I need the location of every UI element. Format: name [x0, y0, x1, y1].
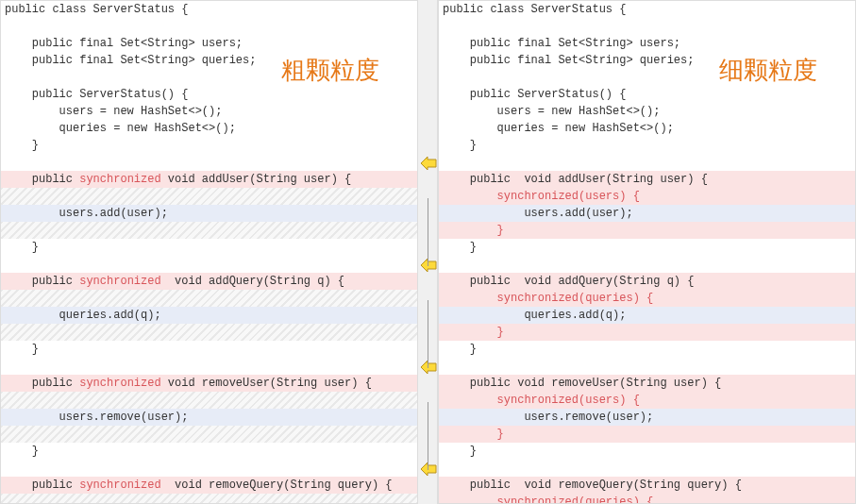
- left-line: [1, 256, 417, 273]
- right-title-label: 细颗粒度: [719, 52, 817, 89]
- right-line: [439, 154, 855, 171]
- left-line: public synchronized void removeQuery(Str…: [1, 477, 417, 494]
- right-line: }: [439, 222, 855, 239]
- gutter-connector: [428, 198, 428, 266]
- right-line: users.add(user);: [439, 205, 855, 222]
- merge-arrow-left-icon[interactable]: [420, 462, 437, 476]
- left-line: [1, 154, 417, 171]
- left-line: [1, 290, 417, 307]
- right-line: users = new HashSet<>();: [439, 103, 855, 120]
- right-line: public void addUser(String user) {: [439, 171, 855, 188]
- right-line: synchronized(queries) {: [439, 494, 855, 504]
- diff-gutter[interactable]: [417, 0, 438, 504]
- right-line: public class ServerStatus {: [439, 1, 855, 18]
- left-line: public class ServerStatus {: [1, 1, 417, 18]
- left-line: public synchronized void addQuery(String…: [1, 273, 417, 290]
- left-line: [1, 358, 417, 375]
- right-line: users.remove(user);: [439, 409, 855, 426]
- right-line: }: [439, 324, 855, 341]
- right-line: [439, 460, 855, 477]
- right-line: }: [439, 137, 855, 154]
- left-line: [1, 222, 417, 239]
- left-line: [1, 426, 417, 443]
- right-line: synchronized(queries) {: [439, 290, 855, 307]
- right-line: [439, 256, 855, 273]
- merge-arrow-left-icon[interactable]: [420, 259, 437, 272]
- right-line: synchronized(users) {: [439, 188, 855, 205]
- right-line: }: [439, 426, 855, 443]
- right-line: public final Set<String> users;: [439, 35, 855, 52]
- right-line: [439, 358, 855, 375]
- left-line: users = new HashSet<>();: [1, 103, 417, 120]
- right-line: queries = new HashSet<>();: [439, 120, 855, 137]
- right-line: public void removeQuery(String query) {: [439, 477, 855, 494]
- left-line: [1, 392, 417, 409]
- gutter-connector: [428, 402, 428, 470]
- left-line: [1, 18, 417, 35]
- left-line: [1, 324, 417, 341]
- left-line: }: [1, 137, 417, 154]
- left-diff-pane[interactable]: 粗颗粒度 public class ServerStatus { public …: [0, 0, 417, 504]
- merge-arrow-left-icon[interactable]: [420, 157, 437, 170]
- right-line: [439, 18, 855, 35]
- left-line: queries.add(q);: [1, 307, 417, 324]
- merge-arrow-left-icon[interactable]: [420, 361, 437, 374]
- right-line: }: [439, 443, 855, 460]
- left-line: public synchronized void removeUser(Stri…: [1, 375, 417, 392]
- left-line: users.add(user);: [1, 205, 417, 222]
- right-line: queries.add(q);: [439, 307, 855, 324]
- left-line: queries = new HashSet<>();: [1, 120, 417, 137]
- left-line: [1, 494, 417, 504]
- right-line: }: [439, 341, 855, 358]
- right-line: public void removeUser(String user) {: [439, 375, 855, 392]
- left-line: }: [1, 341, 417, 358]
- right-line: public void addQuery(String q) {: [439, 273, 855, 290]
- right-line: }: [439, 239, 855, 256]
- right-line: synchronized(users) {: [439, 392, 855, 409]
- left-title-label: 粗颗粒度: [281, 52, 379, 89]
- left-line: public final Set<String> users;: [1, 35, 417, 52]
- gutter-connector: [428, 300, 428, 368]
- left-line: users.remove(user);: [1, 409, 417, 426]
- left-line: [1, 460, 417, 477]
- left-line: [1, 188, 417, 205]
- left-line: }: [1, 443, 417, 460]
- right-diff-pane[interactable]: 细颗粒度 public class ServerStatus { public …: [438, 0, 856, 504]
- left-line: }: [1, 239, 417, 256]
- left-line: public synchronized void addUser(String …: [1, 171, 417, 188]
